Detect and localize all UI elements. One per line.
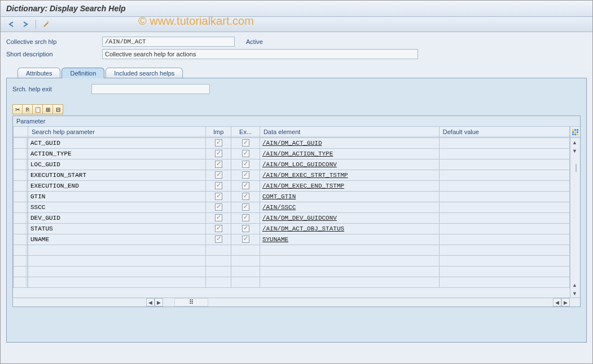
hscroll-left-2[interactable]: ◀: [553, 298, 561, 307]
imp-checkbox[interactable]: [215, 225, 222, 232]
exp-checkbox[interactable]: [242, 214, 249, 221]
default-value-input[interactable]: [440, 170, 569, 180]
data-element-link[interactable]: /AIN/DM_ACT_OBJ_STATUS: [262, 225, 344, 232]
default-value-input[interactable]: [440, 224, 569, 234]
imp-checkbox[interactable]: [215, 139, 222, 147]
param-input[interactable]: [28, 256, 205, 266]
data-element-link[interactable]: /AIN/DM_EXEC_STRT_TSTMP: [262, 172, 348, 179]
data-element-link[interactable]: /AIN/DM_LOC_GUIDCONV: [262, 161, 337, 168]
data-element-link[interactable]: /AIN/DM_EXEC_END_TSTMP: [262, 183, 344, 189]
row-selector[interactable]: [14, 202, 28, 212]
default-value-input[interactable]: [440, 202, 569, 212]
exp-checkbox[interactable]: [242, 182, 249, 189]
tab-attributes[interactable]: Attributes: [17, 68, 60, 78]
row-selector[interactable]: [14, 191, 28, 202]
configure-columns-button[interactable]: [570, 127, 580, 138]
hscroll-right-2[interactable]: ▶: [561, 298, 570, 307]
row-selector[interactable]: [14, 148, 28, 159]
scroll-down-button[interactable]: ▼: [570, 147, 579, 155]
imp-checkbox[interactable]: [215, 236, 222, 243]
param-input[interactable]: [28, 181, 205, 191]
param-input[interactable]: [28, 159, 205, 170]
exp-checkbox[interactable]: [242, 150, 249, 157]
scroll-up-button[interactable]: ▲: [570, 138, 579, 147]
imp-checkbox[interactable]: [215, 203, 222, 211]
imp-checkbox[interactable]: [215, 214, 222, 221]
default-value-input[interactable]: [440, 213, 569, 223]
scroll-thumb[interactable]: [576, 164, 577, 172]
default-value-input[interactable]: [440, 256, 569, 266]
param-input[interactable]: [28, 277, 205, 287]
default-value-input[interactable]: [440, 192, 569, 202]
row-selector[interactable]: [14, 234, 28, 245]
shortdesc-input[interactable]: [102, 49, 418, 59]
exp-checkbox[interactable]: [242, 139, 249, 147]
cut-button[interactable]: ✂: [12, 104, 23, 114]
row-selector[interactable]: [14, 277, 28, 287]
data-element-link[interactable]: /AIN/DM_DEV_GUIDCONV: [262, 215, 337, 221]
delete-row-button[interactable]: ⊟: [53, 104, 63, 114]
col-header-exp[interactable]: Ex...: [231, 127, 260, 137]
exp-checkbox[interactable]: [242, 203, 249, 211]
default-value-input[interactable]: [440, 267, 569, 277]
scroll-up2-button[interactable]: ▲: [570, 281, 579, 289]
row-selector[interactable]: [14, 159, 28, 170]
param-input[interactable]: [28, 149, 205, 159]
default-value-input[interactable]: [440, 245, 569, 255]
imp-checkbox[interactable]: [215, 171, 222, 179]
data-element-link[interactable]: SYUNAME: [262, 236, 288, 243]
row-selector[interactable]: [14, 137, 28, 148]
col-selector[interactable]: [14, 127, 28, 137]
forward-button[interactable]: [20, 19, 31, 29]
exp-checkbox[interactable]: [242, 193, 249, 200]
copy-button[interactable]: ⎘: [23, 104, 33, 114]
param-input[interactable]: [28, 234, 205, 245]
default-value-input[interactable]: [440, 159, 569, 170]
param-input[interactable]: [28, 202, 205, 212]
vertical-scrollbar[interactable]: ▲ ▼ ▲ ▼: [570, 138, 579, 298]
data-element-link[interactable]: COMT_GTIN: [262, 193, 296, 200]
hscroll-left-1[interactable]: ◀: [146, 298, 155, 307]
data-element-link[interactable]: /AIN/DM_ACTION_TYPE: [262, 150, 333, 157]
param-input[interactable]: [28, 170, 205, 180]
param-input[interactable]: [28, 192, 205, 202]
col-header-def[interactable]: Default value: [439, 127, 569, 137]
imp-checkbox[interactable]: [215, 161, 222, 168]
insert-row-button[interactable]: ⊞: [43, 104, 53, 114]
data-element-link[interactable]: /AIN/SSCC: [262, 204, 296, 211]
param-input[interactable]: [28, 224, 205, 234]
col-header-de[interactable]: Data element: [260, 127, 439, 137]
row-selector[interactable]: [14, 223, 28, 234]
row-selector[interactable]: [14, 245, 28, 255]
param-input[interactable]: [28, 267, 205, 277]
col-header-imp[interactable]: Imp: [206, 127, 231, 137]
default-value-input[interactable]: [440, 138, 569, 148]
exp-checkbox[interactable]: [242, 171, 249, 179]
exp-checkbox[interactable]: [242, 161, 249, 168]
back-button[interactable]: [6, 19, 17, 29]
imp-checkbox[interactable]: [215, 193, 222, 200]
row-selector[interactable]: [14, 255, 28, 266]
row-selector[interactable]: [14, 212, 28, 223]
row-selector[interactable]: [14, 180, 28, 191]
data-element-link[interactable]: /AIN/DM_ACT_GUID: [262, 140, 322, 147]
col-header-param[interactable]: Search help parameter: [28, 127, 206, 137]
default-value-input[interactable]: [440, 149, 569, 159]
imp-checkbox[interactable]: [215, 150, 222, 157]
exit-input[interactable]: [91, 84, 210, 94]
default-value-input[interactable]: [440, 181, 569, 191]
scroll-down2-button[interactable]: ▼: [570, 289, 579, 298]
exp-checkbox[interactable]: [242, 236, 249, 243]
default-value-input[interactable]: [440, 234, 569, 245]
row-selector[interactable]: [14, 170, 28, 180]
row-selector[interactable]: [14, 266, 28, 277]
paste-button[interactable]: 📋: [33, 104, 43, 114]
hscroll-thumb-1[interactable]: ⠿: [174, 298, 208, 307]
default-value-input[interactable]: [440, 277, 569, 287]
wand-button[interactable]: [41, 19, 52, 29]
collective-input[interactable]: [102, 37, 235, 47]
param-input[interactable]: [28, 138, 205, 148]
tab-definition[interactable]: Definition: [62, 68, 104, 78]
tab-included[interactable]: Included search helps: [106, 68, 183, 78]
imp-checkbox[interactable]: [215, 182, 222, 189]
